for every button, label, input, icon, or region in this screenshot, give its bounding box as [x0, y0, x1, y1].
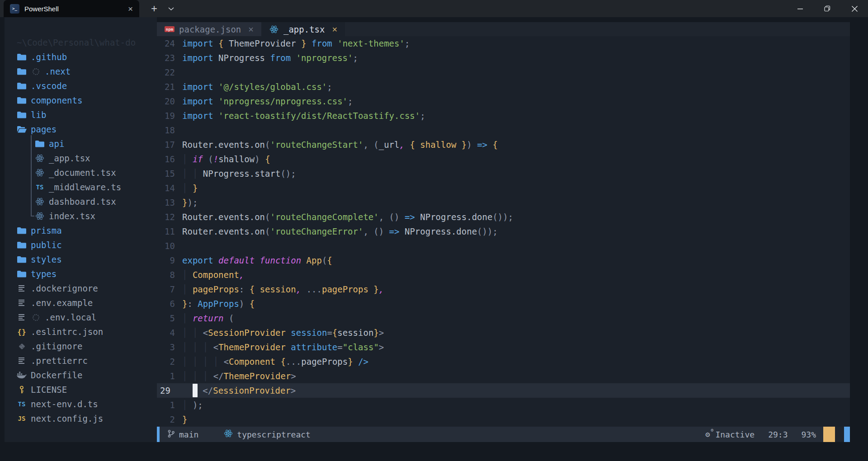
- tree-item-types[interactable]: types: [5, 267, 157, 281]
- tree-item-label: .env.example: [31, 298, 93, 308]
- tree-item-label: LICENSE: [31, 385, 67, 395]
- window-titlebar: >_ PowerShell × +: [0, 0, 868, 17]
- tree-item-styles[interactable]: styles: [5, 252, 157, 267]
- line-number: 8: [157, 268, 182, 282]
- buffer-tab-package-json[interactable]: npmpackage.json×: [157, 22, 261, 36]
- buffer-tab-label: package.json: [179, 24, 241, 34]
- buffer-tab-close-icon[interactable]: ×: [248, 25, 254, 34]
- editor-top-gap: [157, 17, 850, 22]
- buffer-tab--app-tsx[interactable]: _app.tsx×: [261, 22, 345, 36]
- code-line[interactable]: 22: [157, 65, 850, 80]
- cursor-block: [193, 384, 198, 397]
- folder-icon: [17, 256, 27, 263]
- line-number: 23: [157, 51, 182, 65]
- tree-item--document-tsx[interactable]: _document.tsx: [5, 165, 157, 180]
- line-number: 22: [157, 65, 182, 80]
- code-line-text: │ }: [182, 181, 198, 195]
- code-line[interactable]: 10: [157, 239, 850, 253]
- editor-column: npmpackage.json×_app.tsx× 24import { The…: [157, 17, 850, 442]
- code-line[interactable]: 29 </SessionProvider>: [157, 383, 850, 398]
- tree-item-label: lib: [31, 110, 46, 120]
- progress-block: [823, 427, 835, 442]
- tree-item--vscode[interactable]: .vscode: [5, 79, 157, 93]
- code-line-text: │ return (: [182, 311, 234, 325]
- buffer-tab-label: _app.tsx: [283, 24, 325, 34]
- code-line[interactable]: 20import 'nprogress/nprogress.css';: [157, 94, 850, 108]
- tree-item-dockerfile[interactable]: Dockerfile: [5, 368, 157, 382]
- code-line[interactable]: 3│ │ │ <ThemeProvider attribute="class">: [157, 340, 850, 354]
- tree-item--eslintrc-json[interactable]: {}.eslintrc.json: [5, 325, 157, 339]
- code-line[interactable]: 24import { ThemeProvider } from 'next-th…: [157, 36, 850, 51]
- code-line[interactable]: 7│ pageProps: { session, ...pageProps },: [157, 282, 850, 296]
- code-line[interactable]: 12Router.events.on('routeChangeComplete'…: [157, 210, 850, 224]
- code-line-text: export default function App({: [182, 253, 332, 268]
- tree-item-public[interactable]: public: [5, 238, 157, 252]
- folder-icon: [17, 227, 27, 234]
- tree-item--env-local[interactable]: .env.local: [5, 310, 157, 325]
- terminal-tab-close-icon[interactable]: ×: [128, 5, 133, 13]
- code-line[interactable]: 18: [157, 123, 850, 137]
- tree-item-api[interactable]: api: [5, 136, 157, 151]
- minimize-icon: [797, 6, 803, 12]
- line-number: 1: [157, 398, 182, 412]
- code-line[interactable]: 23import NProgress from 'nprogress';: [157, 51, 850, 65]
- tree-item-label: .gitignore: [31, 341, 82, 351]
- code-line[interactable]: 21import '@/styles/global.css';: [157, 80, 850, 94]
- code-line[interactable]: 2}: [157, 412, 850, 427]
- tree-item-lib[interactable]: lib: [5, 108, 157, 122]
- ts-icon: TS: [17, 400, 27, 408]
- code-line[interactable]: 1│ │ │ </ThemeProvider>: [157, 369, 850, 383]
- tree-item--prettierrc[interactable]: .prettierrc: [5, 353, 157, 368]
- code-line[interactable]: 5│ return (: [157, 311, 850, 325]
- code-line[interactable]: 17Router.events.on('routeChangeStart', (…: [157, 137, 850, 152]
- tree-item--env-example[interactable]: .env.example: [5, 296, 157, 310]
- line-number: 12: [157, 210, 182, 224]
- react-icon: [224, 429, 233, 440]
- code-line[interactable]: 4│ │ <SessionProvider session={session}>: [157, 325, 850, 340]
- tree-item-label: .vscode: [31, 81, 67, 91]
- restore-button[interactable]: [814, 0, 841, 17]
- tree-item--github[interactable]: .github: [5, 50, 157, 64]
- tree-item-next-env-d-ts[interactable]: TSnext-env.d.ts: [5, 397, 157, 411]
- tab-dropdown-button[interactable]: [168, 4, 174, 13]
- tree-item--dockerignore[interactable]: .dockerignore: [5, 281, 157, 296]
- tree-children-pages: api_app.tsx_document.tsxTS_middleware.ts…: [5, 136, 157, 223]
- code-line[interactable]: 16│ if (!shallow) {: [157, 152, 850, 166]
- react-icon: [35, 154, 45, 163]
- code-line[interactable]: 11Router.events.on('routeChangeError', (…: [157, 224, 850, 239]
- code-line[interactable]: 9export default function App({: [157, 253, 850, 268]
- git-branch-name: main: [179, 430, 198, 439]
- tree-item-pages[interactable]: pages: [5, 122, 157, 136]
- terminal-tab-powershell[interactable]: >_ PowerShell ×: [4, 0, 139, 17]
- code-line[interactable]: 14│ }: [157, 181, 850, 195]
- buffer-tab-close-icon[interactable]: ×: [332, 25, 337, 34]
- tree-item-components[interactable]: components: [5, 93, 157, 108]
- tree-item--gitignore[interactable]: .gitignore: [5, 339, 157, 353]
- code-line-text: │ │ <SessionProvider session={session}>: [182, 325, 384, 340]
- tree-item--app-tsx[interactable]: _app.tsx: [5, 151, 157, 165]
- folder-icon: [17, 68, 27, 75]
- code-line[interactable]: 19import 'react-toastify/dist/ReactToast…: [157, 108, 850, 123]
- tree-item-index-tsx[interactable]: index.tsx: [5, 209, 157, 223]
- tree-item--next[interactable]: .next: [5, 64, 157, 79]
- code-line[interactable]: 15│ │ NProgress.start();: [157, 166, 850, 181]
- tree-item-next-config-js[interactable]: JSnext.config.js: [5, 411, 157, 426]
- tree-item-license[interactable]: LICENSE: [5, 382, 157, 397]
- minimize-button[interactable]: [787, 0, 814, 17]
- code-line[interactable]: 2│ │ │ │ <Component {...pageProps} />: [157, 354, 850, 369]
- tree-item-prisma[interactable]: prisma: [5, 223, 157, 238]
- code-line-text: │ if (!shallow) {: [182, 152, 270, 166]
- code-line-text: │ │ NProgress.start();: [182, 166, 296, 181]
- code-line[interactable]: 13});: [157, 195, 850, 210]
- code-line[interactable]: 8│ Component,: [157, 268, 850, 282]
- code-line[interactable]: 1│ );: [157, 398, 850, 412]
- code-line[interactable]: 6}: AppProps) {: [157, 296, 850, 311]
- tree-item--middleware-ts[interactable]: TS_middleware.ts: [5, 180, 157, 194]
- folder-icon: [17, 53, 27, 61]
- tree-item-dashboard-tsx[interactable]: dashboard.tsx: [5, 194, 157, 209]
- key-icon: [17, 386, 27, 394]
- braces-icon: {}: [17, 328, 27, 336]
- close-button[interactable]: [841, 0, 868, 17]
- new-tab-button[interactable]: +: [151, 3, 157, 14]
- code-area[interactable]: 24import { ThemeProvider } from 'next-th…: [157, 36, 850, 427]
